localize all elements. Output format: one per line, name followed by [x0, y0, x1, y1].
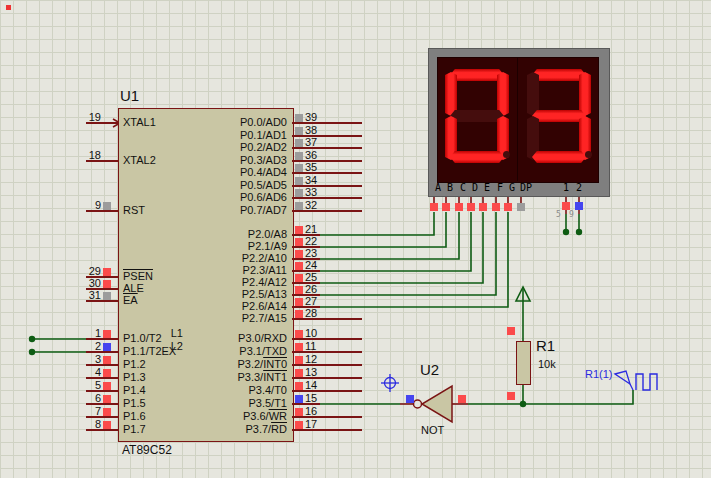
mcu-pin-33-number: 33 — [305, 186, 325, 198]
mcu-pin-5-number: 5 — [60, 379, 101, 391]
mcu-pin-24-number: 24 — [305, 259, 325, 271]
display-pin-B-state-square — [442, 203, 450, 211]
mcu-pin-36-state-square — [295, 152, 303, 160]
mcu-pin-39-line[interactable] — [292, 122, 362, 124]
mcu-pin-39-label: P0.0/AD0 — [150, 116, 287, 129]
junction-dot-2 — [520, 401, 526, 407]
gate-input-state-square — [458, 395, 466, 403]
mcu-pin-1-state-square — [103, 330, 111, 338]
junction-dot-4 — [576, 229, 582, 235]
generator-probe-tail — [630, 384, 633, 390]
display-pin-letter-dp: DP — [516, 182, 536, 193]
mcu-pin-14-number: 14 — [305, 379, 325, 391]
net-label-l2[interactable]: L2 — [150, 340, 183, 352]
dp-dot-digit1 — [503, 151, 510, 158]
net-label-l1[interactable]: L1 — [150, 327, 183, 339]
mcu-pin-37-label: P0.2/AD2 — [150, 141, 287, 154]
mcu-pin-37-state-square — [295, 139, 303, 147]
display-pin-dp-state-square — [517, 203, 525, 211]
mcu-pin-16-number: 16 — [305, 405, 325, 417]
mcu-pin-25-number: 25 — [305, 271, 325, 283]
mcu-pin-35-label: P0.4/AD4 — [150, 166, 287, 179]
mcu-pin-38-number: 38 — [305, 124, 325, 136]
wire-gate-input-net[interactable] — [468, 390, 633, 404]
mcu-pin-13-line[interactable] — [292, 377, 362, 379]
mcu-pin-12-line[interactable] — [292, 364, 362, 366]
mcu-pin-34-line[interactable] — [292, 185, 362, 187]
mcu-pin-39-state-square — [295, 114, 303, 122]
mcu-pin-5-label: P1.4 — [123, 384, 146, 397]
mcu-pin-26-state-square — [295, 286, 303, 294]
mcu-pin-37-line[interactable] — [292, 147, 362, 149]
mcu-pin-17-state-square — [295, 421, 303, 429]
junction-dot-3 — [563, 229, 569, 235]
wire-segment-D[interactable] — [320, 212, 471, 271]
display-pin-digit-label-2: 2 — [574, 182, 584, 193]
display-pin-F-state-square — [492, 203, 500, 211]
mcu-pin-10-line[interactable] — [292, 338, 362, 340]
mcu-pin-14-line[interactable] — [292, 390, 362, 392]
sheet-origin-marker — [6, 5, 11, 10]
mcu-pin-23-number: 23 — [305, 247, 325, 259]
display-pin-letter-E: E — [482, 182, 492, 193]
mcu-pin-12-state-square — [295, 356, 303, 364]
mcu-pin-2-state-square — [103, 343, 111, 351]
display-digit1-pin-marker: 5 — [556, 211, 561, 219]
mcu-pin-33-state-square — [295, 189, 303, 197]
mcu-pin-37-number: 37 — [305, 136, 325, 148]
display-pin-letter-B: B — [445, 182, 455, 193]
mcu-pin-33-label: P0.6/AD6 — [150, 191, 287, 204]
mcu-pin-8-label: P1.7 — [123, 423, 146, 436]
mcu-pin-17-line[interactable] — [292, 429, 362, 431]
mcu-pin-29-number: 29 — [60, 265, 101, 277]
not-gate-symbol[interactable] — [422, 386, 452, 422]
mcu-pin-16-label: P3.6/WR — [150, 410, 287, 423]
segment-G-digit2 — [532, 110, 586, 122]
display-pin-A-state-square — [430, 203, 438, 211]
mcu-pin-16-line[interactable] — [292, 416, 362, 418]
wire-segment-B[interactable] — [320, 212, 446, 247]
schematic-canvas[interactable]: U1 AT89C52 19XTAL118XTAL29RST29PSEN30ALE… — [0, 0, 711, 478]
display-pin-letter-C: C — [458, 182, 468, 193]
junction-dot-0 — [29, 336, 35, 342]
mcu-pin-7-number: 7 — [60, 405, 101, 417]
mcu-pin-3-label: P1.2 — [123, 358, 146, 371]
mcu-pin-28-label: P2.7/A15 — [150, 312, 287, 325]
mcu-pin-28-line[interactable] — [292, 318, 362, 320]
not-gate-bubble-icon — [414, 400, 422, 408]
resistor-ref[interactable]: R1 — [536, 338, 555, 354]
segment-G-digit1 — [450, 110, 504, 122]
mcu-pin-31-label: EA — [123, 294, 138, 307]
gate-ref[interactable]: U2 — [420, 362, 439, 378]
mcu-pin-38-line[interactable] — [292, 135, 362, 137]
junction-dot-1 — [29, 349, 35, 355]
mcu-pin-4-state-square — [103, 369, 111, 377]
mcu-pin-12-number: 12 — [305, 353, 325, 365]
gate-output-state-square — [406, 395, 414, 403]
mcu-pin-24-state-square — [295, 262, 303, 270]
mcu-pin-15-number: 15 — [305, 392, 325, 404]
mcu-pin-8-number: 8 — [60, 418, 101, 430]
mcu-pin-32-label: P0.7/AD7 — [150, 204, 287, 217]
mcu-pin-33-line[interactable] — [292, 197, 362, 199]
segment-F-digit2 — [527, 72, 539, 116]
mcu-pin-25-state-square — [295, 274, 303, 282]
generator-probe-icon[interactable] — [615, 371, 630, 384]
mcu-pin-36-line[interactable] — [292, 160, 362, 162]
resistor-body[interactable] — [516, 341, 531, 385]
mcu-pin-27-number: 27 — [305, 295, 325, 307]
mcu-pin-32-line[interactable] — [292, 210, 362, 212]
wire-segment-A[interactable] — [320, 212, 434, 235]
mcu-pin-6-label: P1.5 — [123, 397, 146, 410]
segment-A-digit2 — [532, 69, 586, 81]
mcu-pin-11-line[interactable] — [292, 351, 362, 353]
mcu-pin-35-line[interactable] — [292, 172, 362, 174]
generator-label[interactable]: R1(1) — [585, 368, 613, 381]
display-digit-1 — [445, 69, 509, 163]
mcu-pin-30-state-square — [103, 280, 111, 288]
resistor-value[interactable]: 10k — [538, 358, 556, 371]
segment-B-digit1 — [497, 72, 509, 116]
mcu-pin-34-number: 34 — [305, 174, 325, 186]
mcu-pin-10-state-square — [295, 330, 303, 338]
mcu-ref[interactable]: U1 — [120, 88, 139, 104]
